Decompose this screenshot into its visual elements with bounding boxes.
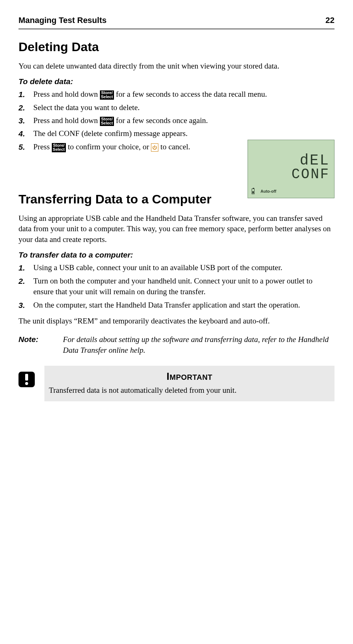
lcd-line-1: dEL: [252, 153, 330, 168]
step-number: 5.: [19, 142, 25, 152]
step-text: Turn on both the computer and your handh…: [33, 276, 313, 296]
step-text: Press and hold down: [33, 116, 100, 125]
auto-off-label: Auto-off: [260, 189, 276, 194]
store-select-button-icon: Store/Select: [100, 117, 114, 126]
store-select-button-icon: Store/Select: [52, 143, 66, 152]
important-block: Important Transferred data is not automa…: [19, 366, 334, 401]
step-2: 2. Select the data you want to delete.: [19, 102, 334, 113]
step-text: Press and hold down: [33, 90, 100, 99]
step-text: to confirm your choice, or: [66, 142, 151, 151]
step-text: Select the data you want to delete.: [33, 103, 139, 112]
step-number: 2.: [19, 276, 25, 286]
step-text: to cancel.: [158, 142, 190, 151]
store-select-button-icon: Store/Select: [100, 90, 114, 100]
step-number: 1.: [19, 89, 25, 100]
lcd-display: dEL CONF Auto-off: [248, 140, 334, 198]
step-text: Using a USB cable, connect your unit to …: [33, 263, 282, 272]
step-1: 1. Press and hold down Store/Select for …: [19, 89, 334, 100]
t-step-2: 2. Turn on both the computer and your ha…: [19, 276, 334, 298]
section1-intro: You can delete unwanted data directly fr…: [19, 61, 334, 71]
power-icon: [151, 143, 158, 152]
step-number: 3.: [19, 300, 25, 311]
note-label: Note:: [19, 334, 63, 355]
important-text: Transferred data is not automatically de…: [49, 385, 330, 395]
section2-steps: 1. Using a USB cable, connect your unit …: [19, 262, 334, 311]
note-body: For details about setting up the softwar…: [63, 334, 334, 355]
step-number: 1.: [19, 262, 25, 273]
step-text: for a few seconds to access the data rec…: [114, 90, 267, 99]
section-heading-deleting: Deleting Data: [19, 39, 334, 56]
step-text: Press: [33, 142, 52, 151]
section2-subhead: To transfer data to a computer:: [19, 250, 334, 260]
page-number: 22: [326, 15, 334, 26]
lcd-line-2: CONF: [252, 167, 330, 182]
t-step-1: 1. Using a USB cable, connect your unit …: [19, 262, 334, 273]
note-block: Note: For details about setting up the s…: [19, 334, 334, 355]
section2-intro: Using an appropriate USB cable and the H…: [19, 213, 334, 245]
section2-closing: The unit displays “REM” and temporarily …: [19, 316, 334, 326]
section1-subhead: To delete data:: [19, 76, 334, 87]
step-text: On the computer, start the Handheld Data…: [33, 301, 300, 309]
step-3: 3. Press and hold down Store/Select for …: [19, 115, 334, 126]
chapter-title: Managing Test Results: [19, 15, 107, 26]
battery-icon: [252, 189, 255, 194]
step-text: for a few seconds once again.: [114, 116, 208, 125]
exclamation-icon: [19, 372, 35, 387]
important-title: Important: [49, 369, 330, 384]
step-number: 2.: [19, 102, 25, 113]
step-4: 4. The del CONF (delete confirm) message…: [19, 128, 334, 139]
step-number: 4.: [19, 128, 25, 139]
step-number: 3.: [19, 115, 25, 126]
t-step-3: 3. On the computer, start the Handheld D…: [19, 300, 334, 311]
step-text: The del CONF (delete confirm) message ap…: [33, 129, 188, 138]
page-header: Managing Test Results 22: [19, 15, 334, 30]
